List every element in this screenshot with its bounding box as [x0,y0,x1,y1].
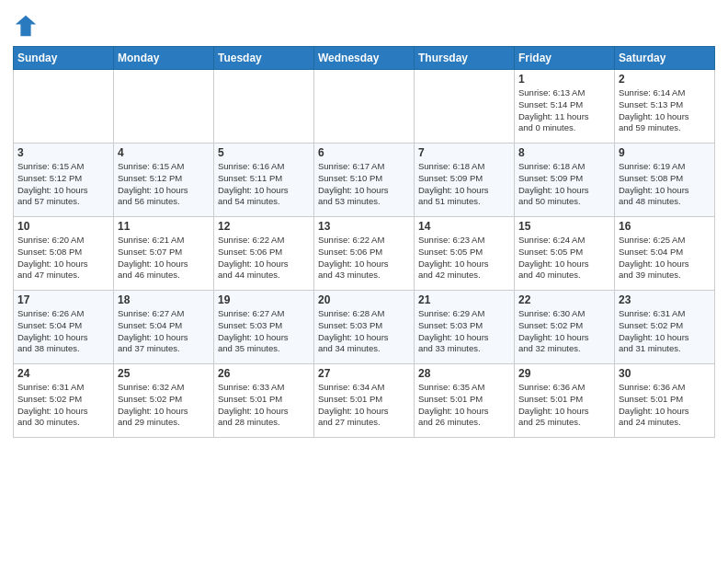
day-info: Sunrise: 6:36 AM Sunset: 5:01 PM Dayligh… [619,382,711,429]
day-info: Sunrise: 6:28 AM Sunset: 5:03 PM Dayligh… [318,308,410,355]
day-info: Sunrise: 6:19 AM Sunset: 5:08 PM Dayligh… [619,161,711,208]
day-info: Sunrise: 6:25 AM Sunset: 5:04 PM Dayligh… [619,235,711,282]
day-number: 26 [218,367,310,380]
day-number: 16 [619,220,711,233]
day-number: 11 [118,220,210,233]
week-row-3: 17Sunrise: 6:26 AM Sunset: 5:04 PM Dayli… [14,291,715,364]
day-number: 6 [318,146,410,159]
col-header-monday: Monday [114,47,214,70]
col-header-thursday: Thursday [415,47,515,70]
day-info: Sunrise: 6:29 AM Sunset: 5:03 PM Dayligh… [418,308,510,355]
day-info: Sunrise: 6:16 AM Sunset: 5:11 PM Dayligh… [218,161,310,208]
day-cell: 25Sunrise: 6:32 AM Sunset: 5:02 PM Dayli… [114,364,214,438]
day-number: 28 [418,367,510,380]
logo [13,13,41,39]
calendar-table: SundayMondayTuesdayWednesdayThursdayFrid… [13,46,715,438]
day-cell: 24Sunrise: 6:31 AM Sunset: 5:02 PM Dayli… [14,364,114,438]
day-cell: 26Sunrise: 6:33 AM Sunset: 5:01 PM Dayli… [214,364,314,438]
logo-icon [13,13,39,39]
day-cell: 9Sunrise: 6:19 AM Sunset: 5:08 PM Daylig… [615,144,715,217]
day-cell: 22Sunrise: 6:30 AM Sunset: 5:02 PM Dayli… [515,291,615,364]
day-info: Sunrise: 6:22 AM Sunset: 5:06 PM Dayligh… [218,235,310,282]
day-cell [114,70,214,144]
day-cell: 14Sunrise: 6:23 AM Sunset: 5:05 PM Dayli… [415,217,515,291]
day-number: 5 [218,146,310,159]
col-header-friday: Friday [515,47,615,70]
day-cell: 17Sunrise: 6:26 AM Sunset: 5:04 PM Dayli… [14,291,114,364]
day-cell: 12Sunrise: 6:22 AM Sunset: 5:06 PM Dayli… [214,217,314,291]
day-info: Sunrise: 6:27 AM Sunset: 5:04 PM Dayligh… [118,308,210,355]
day-info: Sunrise: 6:33 AM Sunset: 5:01 PM Dayligh… [218,382,310,429]
day-cell: 23Sunrise: 6:31 AM Sunset: 5:02 PM Dayli… [615,291,715,364]
day-number: 13 [318,220,410,233]
day-cell: 30Sunrise: 6:36 AM Sunset: 5:01 PM Dayli… [615,364,715,438]
day-cell: 27Sunrise: 6:34 AM Sunset: 5:01 PM Dayli… [314,364,415,438]
day-number: 23 [619,293,711,306]
day-cell: 20Sunrise: 6:28 AM Sunset: 5:03 PM Dayli… [314,291,415,364]
day-info: Sunrise: 6:21 AM Sunset: 5:07 PM Dayligh… [118,235,210,282]
day-number: 2 [619,73,711,86]
day-cell: 1Sunrise: 6:13 AM Sunset: 5:14 PM Daylig… [515,70,615,144]
day-info: Sunrise: 6:24 AM Sunset: 5:05 PM Dayligh… [518,235,610,282]
day-info: Sunrise: 6:31 AM Sunset: 5:02 PM Dayligh… [619,308,711,355]
day-info: Sunrise: 6:27 AM Sunset: 5:03 PM Dayligh… [218,308,310,355]
day-number: 24 [17,367,109,380]
day-number: 4 [118,146,210,159]
day-cell [314,70,415,144]
day-info: Sunrise: 6:22 AM Sunset: 5:06 PM Dayligh… [318,235,410,282]
day-info: Sunrise: 6:15 AM Sunset: 5:12 PM Dayligh… [17,161,109,208]
day-number: 18 [118,293,210,306]
day-cell: 13Sunrise: 6:22 AM Sunset: 5:06 PM Dayli… [314,217,415,291]
day-info: Sunrise: 6:14 AM Sunset: 5:13 PM Dayligh… [619,87,711,134]
day-number: 3 [17,146,109,159]
header-row: SundayMondayTuesdayWednesdayThursdayFrid… [14,47,715,70]
day-number: 20 [318,293,410,306]
day-number: 22 [518,293,610,306]
day-info: Sunrise: 6:34 AM Sunset: 5:01 PM Dayligh… [318,382,410,429]
day-number: 30 [619,367,711,380]
svg-marker-0 [16,16,36,36]
day-info: Sunrise: 6:26 AM Sunset: 5:04 PM Dayligh… [17,308,109,355]
day-cell: 19Sunrise: 6:27 AM Sunset: 5:03 PM Dayli… [214,291,314,364]
col-header-saturday: Saturday [615,47,715,70]
day-number: 19 [218,293,310,306]
day-number: 21 [418,293,510,306]
day-info: Sunrise: 6:30 AM Sunset: 5:02 PM Dayligh… [518,308,610,355]
day-info: Sunrise: 6:18 AM Sunset: 5:09 PM Dayligh… [518,161,610,208]
day-cell: 7Sunrise: 6:18 AM Sunset: 5:09 PM Daylig… [415,144,515,217]
day-info: Sunrise: 6:35 AM Sunset: 5:01 PM Dayligh… [418,382,510,429]
day-number: 1 [518,73,610,86]
day-info: Sunrise: 6:18 AM Sunset: 5:09 PM Dayligh… [418,161,510,208]
day-number: 10 [17,220,109,233]
day-cell [214,70,314,144]
day-cell: 2Sunrise: 6:14 AM Sunset: 5:13 PM Daylig… [615,70,715,144]
day-cell: 18Sunrise: 6:27 AM Sunset: 5:04 PM Dayli… [114,291,214,364]
day-info: Sunrise: 6:15 AM Sunset: 5:12 PM Dayligh… [118,161,210,208]
day-number: 15 [518,220,610,233]
day-info: Sunrise: 6:31 AM Sunset: 5:02 PM Dayligh… [17,382,109,429]
day-cell: 15Sunrise: 6:24 AM Sunset: 5:05 PM Dayli… [515,217,615,291]
day-info: Sunrise: 6:20 AM Sunset: 5:08 PM Dayligh… [17,235,109,282]
week-row-0: 1Sunrise: 6:13 AM Sunset: 5:14 PM Daylig… [14,70,715,144]
col-header-tuesday: Tuesday [214,47,314,70]
day-number: 29 [518,367,610,380]
day-number: 9 [619,146,711,159]
day-info: Sunrise: 6:36 AM Sunset: 5:01 PM Dayligh… [518,382,610,429]
day-cell: 3Sunrise: 6:15 AM Sunset: 5:12 PM Daylig… [14,144,114,217]
day-cell: 6Sunrise: 6:17 AM Sunset: 5:10 PM Daylig… [314,144,415,217]
day-cell: 29Sunrise: 6:36 AM Sunset: 5:01 PM Dayli… [515,364,615,438]
week-row-4: 24Sunrise: 6:31 AM Sunset: 5:02 PM Dayli… [14,364,715,438]
day-cell: 4Sunrise: 6:15 AM Sunset: 5:12 PM Daylig… [114,144,214,217]
col-header-wednesday: Wednesday [314,47,415,70]
day-cell [415,70,515,144]
day-cell: 5Sunrise: 6:16 AM Sunset: 5:11 PM Daylig… [214,144,314,217]
day-cell: 16Sunrise: 6:25 AM Sunset: 5:04 PM Dayli… [615,217,715,291]
day-number: 27 [318,367,410,380]
day-cell: 10Sunrise: 6:20 AM Sunset: 5:08 PM Dayli… [14,217,114,291]
day-number: 8 [518,146,610,159]
day-cell: 28Sunrise: 6:35 AM Sunset: 5:01 PM Dayli… [415,364,515,438]
day-info: Sunrise: 6:23 AM Sunset: 5:05 PM Dayligh… [418,235,510,282]
day-cell: 21Sunrise: 6:29 AM Sunset: 5:03 PM Dayli… [415,291,515,364]
calendar-body: 1Sunrise: 6:13 AM Sunset: 5:14 PM Daylig… [14,70,715,438]
day-number: 14 [418,220,510,233]
